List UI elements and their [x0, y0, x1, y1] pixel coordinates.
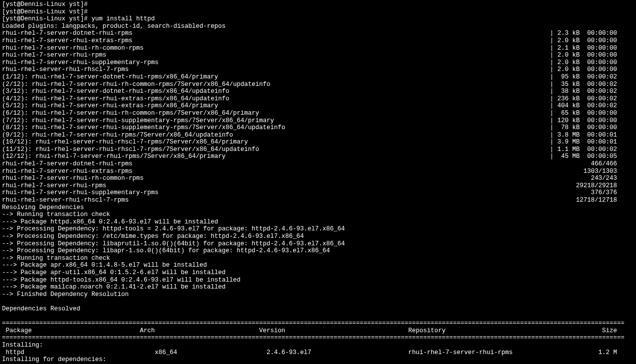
terminal-output[interactable]: [yst@Dennis-Linux yst]# [yst@Dennis-Linu… [0, 0, 636, 364]
